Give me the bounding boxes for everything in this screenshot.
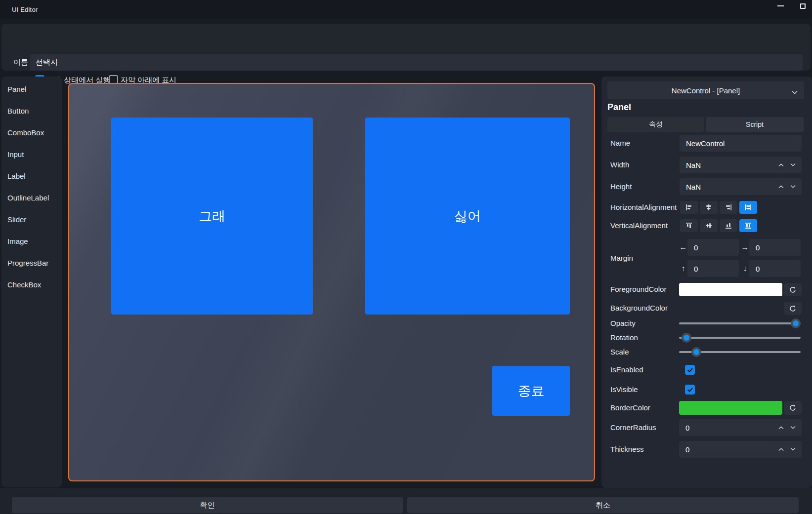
align-left-button[interactable] bbox=[680, 201, 698, 214]
isenabled-checkbox[interactable] bbox=[685, 365, 695, 375]
check-icon bbox=[687, 387, 693, 393]
metadata-form: 이름 선택지 타입 멈춤 상태에서 실행 자막 아래에 표시 bbox=[1, 24, 811, 71]
margin-top-icon: ↑ bbox=[680, 260, 687, 277]
slider-thumb[interactable] bbox=[682, 333, 691, 343]
toolbox-item-combobox[interactable]: ComboBox bbox=[1, 121, 62, 143]
prop-label-isenabled: IsEnabled bbox=[610, 365, 643, 375]
increment-icon[interactable] bbox=[777, 183, 785, 191]
scale-slider[interactable] bbox=[679, 347, 801, 357]
slider-thumb[interactable] bbox=[691, 347, 701, 357]
toolbox-item-label[interactable]: Label bbox=[1, 165, 62, 187]
align-right-button[interactable] bbox=[720, 201, 737, 214]
control-selector-dropdown[interactable]: NewControl - [Panel] bbox=[607, 81, 804, 99]
minimize-button[interactable] bbox=[775, 2, 785, 10]
check-icon bbox=[687, 367, 693, 373]
align-stretch-vertical-button[interactable] bbox=[739, 219, 757, 232]
rotation-slider[interactable] bbox=[679, 333, 801, 343]
design-canvas-selected-panel[interactable]: 그래 싫어 종료 bbox=[68, 83, 595, 481]
margin-right-value: 0 bbox=[756, 243, 760, 252]
margin-top-input[interactable]: 0 bbox=[687, 260, 739, 277]
prop-label-halign: HorizontalAlignment bbox=[610, 202, 677, 212]
tab-attributes[interactable]: 속성 bbox=[607, 117, 704, 132]
tab-script[interactable]: Script bbox=[706, 117, 804, 132]
align-stretch-button[interactable] bbox=[739, 201, 757, 214]
margin-left-input[interactable]: 0 bbox=[687, 239, 739, 256]
align-stretch-icon bbox=[745, 222, 752, 229]
decrement-icon[interactable] bbox=[789, 445, 797, 453]
prop-label-foreground: ForegroundColor bbox=[610, 284, 666, 294]
foreground-color-reset-button[interactable] bbox=[784, 283, 802, 296]
opacity-slider[interactable] bbox=[679, 318, 801, 328]
reset-icon bbox=[789, 286, 797, 294]
app-title: UI Editor bbox=[12, 0, 38, 19]
canvas-panel-no[interactable]: 싫어 bbox=[365, 118, 570, 315]
prop-height-input[interactable]: NaN bbox=[680, 178, 802, 195]
decrement-icon[interactable] bbox=[789, 424, 797, 432]
prop-height-value: NaN bbox=[686, 183, 701, 191]
increment-icon[interactable] bbox=[777, 161, 785, 169]
toolbox-item-image[interactable]: Image bbox=[1, 230, 62, 252]
margin-left-icon: ← bbox=[680, 239, 687, 256]
prop-label-background: BackgroundColor bbox=[610, 303, 668, 313]
maximize-icon bbox=[800, 3, 806, 9]
control-selector-value: NewControl - [Panel] bbox=[672, 86, 740, 95]
prop-label-cornerradius: CornerRadius bbox=[610, 423, 656, 433]
prop-label-name: Name bbox=[610, 138, 630, 148]
canvas-button-exit[interactable]: 종료 bbox=[492, 366, 570, 416]
prop-label-opacity: Opacity bbox=[610, 318, 636, 328]
slider-thumb[interactable] bbox=[791, 318, 801, 328]
canvas-panel-yes[interactable]: 그래 bbox=[111, 118, 313, 315]
toolbox-item-progressbar[interactable]: ProgressBar bbox=[1, 252, 62, 274]
prop-label-scale: Scale bbox=[610, 347, 629, 357]
maximize-button[interactable] bbox=[798, 2, 808, 10]
increment-icon[interactable] bbox=[777, 424, 785, 432]
toolbox-item-slider[interactable]: Slider bbox=[1, 208, 62, 230]
prop-cornerradius-input[interactable]: 0 bbox=[679, 419, 802, 436]
align-top-icon bbox=[685, 222, 692, 229]
background-color-reset-button[interactable] bbox=[784, 302, 802, 315]
decrement-icon[interactable] bbox=[789, 183, 797, 191]
properties-panel: NewControl - [Panel] Panel 속성 Script Nam… bbox=[601, 77, 812, 488]
margin-bottom-value: 0 bbox=[756, 265, 760, 273]
toolbox-item-checkbox[interactable]: CheckBox bbox=[1, 274, 62, 295]
align-left-icon bbox=[685, 204, 692, 211]
foreground-color-swatch[interactable] bbox=[679, 283, 782, 296]
prop-name-input[interactable]: NewControl bbox=[680, 135, 802, 152]
slider-track[interactable] bbox=[679, 337, 801, 339]
align-center-button[interactable] bbox=[700, 201, 718, 214]
increment-icon[interactable] bbox=[777, 445, 785, 453]
minimize-icon bbox=[777, 5, 784, 6]
prop-label-thickness: Thickness bbox=[610, 444, 644, 454]
margin-right-input[interactable]: 0 bbox=[749, 239, 801, 256]
prop-width-input[interactable]: NaN bbox=[680, 157, 802, 173]
control-type-heading: Panel bbox=[607, 102, 631, 113]
prop-label-isvisible: IsVisible bbox=[610, 385, 638, 395]
border-color-reset-button[interactable] bbox=[784, 401, 802, 415]
toolbox-item-outlinelabel[interactable]: OutlineLabel bbox=[1, 187, 62, 208]
toolbox-sidebar: Panel Button ComboBox Input Label Outlin… bbox=[1, 77, 62, 487]
prop-thickness-input[interactable]: 0 bbox=[679, 441, 802, 458]
toolbox-item-button[interactable]: Button bbox=[1, 100, 62, 121]
prop-width-value: NaN bbox=[686, 161, 701, 169]
align-middle-button[interactable] bbox=[700, 219, 718, 232]
align-top-button[interactable] bbox=[680, 219, 698, 232]
margin-bottom-icon: ↓ bbox=[741, 260, 749, 277]
cancel-button[interactable]: 취소 bbox=[407, 497, 799, 513]
prop-label-valign: VerticalAlignment bbox=[610, 221, 668, 231]
isvisible-checkbox[interactable] bbox=[685, 385, 695, 395]
reset-icon bbox=[789, 305, 797, 313]
confirm-button[interactable]: 확인 bbox=[12, 497, 403, 513]
chevron-down-icon bbox=[792, 88, 798, 96]
margin-left-value: 0 bbox=[694, 243, 698, 252]
titlebar: UI Editor bbox=[0, 0, 812, 19]
toolbox-item-panel[interactable]: Panel bbox=[1, 78, 62, 100]
slider-track[interactable] bbox=[679, 322, 801, 324]
margin-bottom-input[interactable]: 0 bbox=[749, 260, 801, 277]
border-color-swatch[interactable] bbox=[679, 401, 782, 415]
name-input[interactable]: 선택지 bbox=[30, 54, 803, 71]
align-middle-icon bbox=[705, 222, 712, 229]
toolbox-item-input[interactable]: Input bbox=[1, 143, 62, 165]
prop-label-bordercolor: BorderColor bbox=[610, 403, 650, 413]
align-bottom-button[interactable] bbox=[720, 219, 737, 232]
decrement-icon[interactable] bbox=[789, 161, 797, 169]
